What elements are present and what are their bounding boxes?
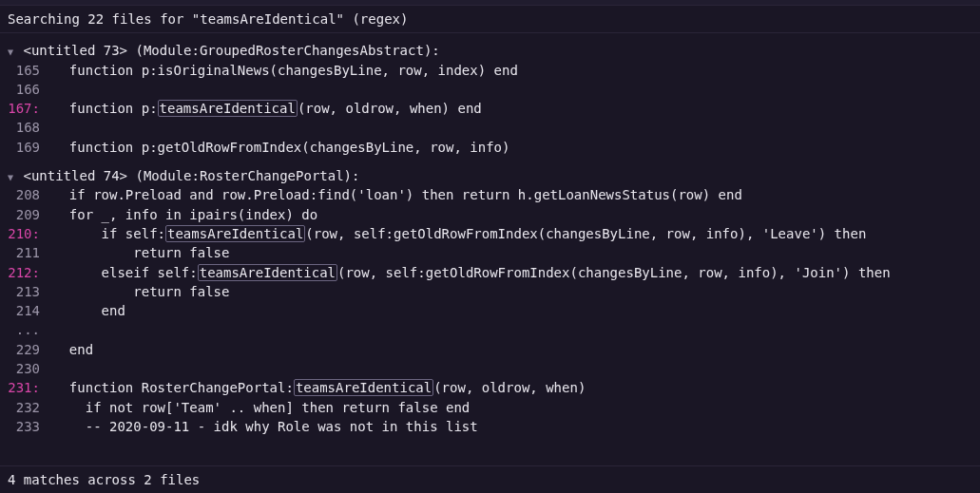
search-results-footer: 4 matches across 2 files — [0, 465, 980, 493]
chevron-down-icon[interactable]: ▼ — [8, 171, 13, 185]
result-ellipsis: ... — [0, 320, 980, 339]
file-result-header[interactable]: ▼ <untitled 74> (Module:RosterChangePort… — [0, 166, 980, 185]
chevron-down-icon[interactable]: ▼ — [8, 46, 13, 60]
code-text: end — [53, 301, 125, 320]
code-prefix: function RosterChangePortal: — [53, 380, 294, 395]
line-number: 211 — [8, 243, 53, 262]
line-number: ... — [8, 320, 53, 339]
line-number: 231: — [8, 378, 53, 397]
code-prefix: function p: — [53, 101, 158, 116]
search-status-header: Searching 22 files for "teamsAreIdentica… — [0, 6, 980, 33]
line-number: 233 — [8, 417, 53, 436]
result-line[interactable]: 232 if not row['Team' .. when] then retu… — [0, 398, 980, 417]
code-suffix: (row, self:getOldRowFromIndex(changesByL… — [337, 265, 891, 280]
file-result-section: ▼ <untitled 73> (Module:GroupedRosterCha… — [0, 41, 980, 157]
code-text: function p:isOriginalNews(changesByLine,… — [53, 61, 518, 80]
result-line[interactable]: 208 if row.Preload and row.Preload:find(… — [0, 185, 980, 204]
code-text: return false — [53, 282, 229, 301]
line-number: 166 — [8, 80, 53, 99]
result-line[interactable]: 213 return false — [0, 282, 980, 301]
line-number: 209 — [8, 205, 53, 224]
line-number: 167: — [8, 99, 53, 118]
match-highlight: teamsAreIdentical — [158, 100, 298, 117]
file-result-section: ▼ <untitled 74> (Module:RosterChangePort… — [0, 166, 980, 436]
match-count-text: 4 matches across 2 files — [8, 472, 200, 487]
result-line[interactable]: 214 end — [0, 301, 980, 320]
code-text: if not row['Team' .. when] then return f… — [53, 398, 470, 417]
file-name-label: <untitled 74> (Module:RosterChangePortal… — [15, 168, 359, 183]
code-text: function p:getOldRowFromIndex(changesByL… — [53, 138, 509, 157]
result-line[interactable]: 231: function RosterChangePortal:teamsAr… — [0, 378, 980, 397]
match-highlight: teamsAreIdentical — [294, 379, 433, 396]
code-text: if self:teamsAreIdentical(row, self:getO… — [53, 224, 866, 243]
code-prefix: if self: — [53, 226, 165, 241]
line-number: 230 — [8, 359, 53, 378]
code-suffix: (row, oldrow, when) end — [298, 101, 482, 116]
code-text: return false — [53, 243, 229, 262]
code-text: for _, info in ipairs(index) do — [53, 205, 317, 224]
line-number: 168 — [8, 118, 53, 137]
code-text: end — [53, 340, 93, 359]
search-results-content: ▼ <untitled 73> (Module:GroupedRosterCha… — [0, 33, 980, 453]
code-text: if row.Preload and row.Preload:find('loa… — [53, 185, 742, 204]
result-line[interactable]: 169 function p:getOldRowFromIndex(change… — [0, 138, 980, 157]
code-text: function RosterChangePortal:teamsAreIden… — [53, 378, 586, 397]
code-text: function p:teamsAreIdentical(row, oldrow… — [53, 99, 482, 118]
file-result-header[interactable]: ▼ <untitled 73> (Module:GroupedRosterCha… — [0, 41, 980, 60]
code-prefix: elseif self: — [53, 265, 198, 280]
code-text: -- 2020-09-11 - idk why Role was not in … — [53, 417, 478, 436]
code-text: elseif self:teamsAreIdentical(row, self:… — [53, 263, 891, 282]
result-line[interactable]: 229 end — [0, 340, 980, 359]
result-line[interactable]: 209 for _, info in ipairs(index) do — [0, 205, 980, 224]
code-suffix: (row, oldrow, when) — [433, 380, 586, 395]
line-number: 210: — [8, 224, 53, 243]
result-line[interactable]: 168 — [0, 118, 980, 137]
line-number: 212: — [8, 263, 53, 282]
result-line[interactable]: 166 — [0, 80, 980, 99]
result-line[interactable]: 233 -- 2020-09-11 - idk why Role was not… — [0, 417, 980, 436]
file-name-label: <untitled 73> (Module:GroupedRosterChang… — [15, 43, 440, 58]
line-number: 208 — [8, 185, 53, 204]
result-line[interactable]: 210: if self:teamsAreIdentical(row, self… — [0, 224, 980, 243]
line-number: 165 — [8, 61, 53, 80]
result-line[interactable]: 212: elseif self:teamsAreIdentical(row, … — [0, 263, 980, 282]
line-number: 213 — [8, 282, 53, 301]
result-line[interactable]: 230 — [0, 359, 980, 378]
line-number: 232 — [8, 398, 53, 417]
result-line[interactable]: 165 function p:isOriginalNews(changesByL… — [0, 61, 980, 80]
line-number: 214 — [8, 301, 53, 320]
line-number: 169 — [8, 138, 53, 157]
result-line[interactable]: 211 return false — [0, 243, 980, 262]
code-suffix: (row, self:getOldRowFromIndex(changesByL… — [305, 226, 866, 241]
match-highlight: teamsAreIdentical — [165, 225, 305, 242]
line-number: 229 — [8, 340, 53, 359]
result-line[interactable]: 167: function p:teamsAreIdentical(row, o… — [0, 99, 980, 118]
search-status-text: Searching 22 files for "teamsAreIdentica… — [8, 11, 408, 27]
match-highlight: teamsAreIdentical — [198, 264, 337, 281]
